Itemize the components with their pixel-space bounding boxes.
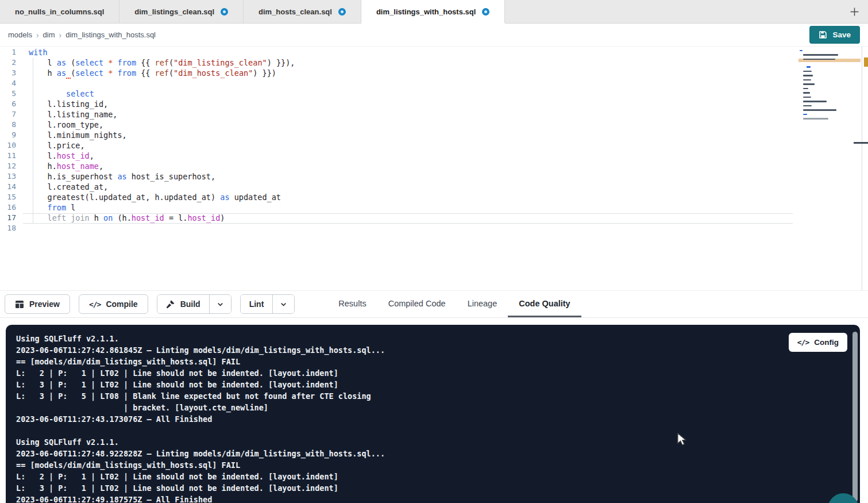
line-number: 10: [0, 141, 23, 151]
line-number: 16: [0, 203, 23, 213]
breadcrumb: models›dim›dim_listings_with_hosts.sql: [8, 30, 156, 40]
tab-label: dim_listings_with_hosts.sql: [376, 7, 476, 16]
breadcrumb-item[interactable]: models: [8, 30, 32, 39]
lint-menu-button[interactable]: [272, 295, 294, 313]
minimap-line: [798, 83, 861, 87]
build-button[interactable]: Build: [157, 295, 209, 313]
terminal-line: L: 3 | P: 1 | LT02 | Line should not be …: [16, 379, 860, 390]
code-line[interactable]: l.minimum_nights,: [23, 130, 793, 141]
overview-ruler[interactable]: [862, 47, 868, 290]
minimap-line: [798, 114, 861, 117]
code-line[interactable]: l as (select * from {{ ref("dim_listings…: [23, 58, 793, 68]
minimap-line: [798, 50, 861, 53]
terminal-line: 2023-06-06T11:27:49.187575Z — All Finish…: [16, 494, 860, 503]
minimap-line: [798, 105, 861, 109]
line-number: 17: [0, 213, 23, 224]
config-label: Config: [814, 338, 839, 347]
breadcrumb-separator-icon: ›: [55, 30, 66, 40]
table-icon: [15, 300, 24, 309]
code-icon: </>: [89, 300, 101, 309]
preview-label: Preview: [29, 300, 60, 309]
code-line[interactable]: from l: [23, 203, 793, 213]
code-line[interactable]: h as (select * from {{ ref("dim_hosts_cl…: [23, 68, 793, 79]
minimap-line: [798, 101, 861, 104]
editor-tab[interactable]: dim_hosts_clean.sql: [244, 0, 361, 23]
compile-button[interactable]: </> Compile: [79, 294, 148, 314]
file-header: models›dim›dim_listings_with_hosts.sql S…: [0, 24, 868, 47]
code-line[interactable]: select: [23, 89, 793, 99]
terminal-line: L: 3 | P: 5 | LT08 | Blank line expected…: [16, 390, 860, 402]
terminal-line: Using SQLFluff v2.1.1.: [16, 333, 860, 344]
terminal-line: L: 3 | P: 1 | LT02 | Line should not be …: [16, 482, 860, 494]
build-label: Build: [180, 300, 200, 309]
editor-toolbar: Preview </> Compile Build Lint: [0, 290, 868, 318]
code-line[interactable]: [23, 79, 793, 89]
code-line[interactable]: left join h on (h.host_id = l.host_id): [23, 213, 793, 224]
panel-tab-code-quality[interactable]: Code Quality: [508, 291, 581, 317]
line-number: 1: [0, 48, 23, 58]
panel-tab-compiled-code[interactable]: Compiled Code: [377, 291, 457, 317]
minimap-line: [798, 88, 861, 91]
preview-button[interactable]: Preview: [5, 294, 70, 314]
code-line[interactable]: l.listing_id,: [23, 99, 793, 110]
build-menu-button[interactable]: [209, 295, 231, 313]
code-line[interactable]: [23, 224, 793, 234]
minimap-line: [798, 79, 861, 83]
tab-bar: no_nulls_in_columns.sqldim_listings_clea…: [0, 0, 868, 24]
line-number: 5: [0, 89, 23, 99]
line-number: 12: [0, 162, 23, 172]
minimap-line: [798, 62, 861, 66]
code-line[interactable]: greatest(l.updated_at, h.updated_at) as …: [23, 193, 793, 203]
new-tab-button[interactable]: [844, 0, 865, 23]
lint-button[interactable]: Lint: [241, 295, 273, 313]
terminal-line: 2023-06-06T11:27:48.922828Z — Linting mo…: [16, 448, 860, 459]
line-number: 9: [0, 130, 23, 141]
terminal-line: == [models/dim/dim_listings_with_hosts.s…: [16, 459, 860, 471]
terminal-output: Using SQLFluff v2.1.1.2023-06-06T11:27:4…: [6, 325, 860, 503]
tab-label: dim_listings_clean.sql: [134, 7, 214, 16]
panel-tab-lineage[interactable]: Lineage: [457, 291, 508, 317]
line-number: 7: [0, 110, 23, 120]
minimap-line: [798, 71, 861, 74]
code-line[interactable]: l.price,: [23, 141, 793, 151]
lint-label: Lint: [249, 300, 264, 309]
code-editor[interactable]: 123456789101112131415161718 with l as (s…: [0, 47, 868, 290]
line-number: 13: [0, 172, 23, 182]
code-line[interactable]: l.host_id,: [23, 151, 793, 162]
terminal-line: [16, 425, 860, 436]
line-number: 14: [0, 182, 23, 193]
minimap-line: [798, 97, 861, 100]
unsaved-indicator-icon: [338, 8, 346, 16]
line-number: 8: [0, 120, 23, 130]
terminal-scrollbar[interactable]: [852, 332, 858, 502]
editor-tab[interactable]: dim_listings_with_hosts.sql: [361, 0, 505, 23]
panel-tab-results[interactable]: Results: [327, 291, 377, 317]
save-button[interactable]: Save: [809, 26, 860, 44]
chevron-down-icon: [216, 300, 225, 309]
tab-strip: no_nulls_in_columns.sqldim_listings_clea…: [0, 0, 505, 23]
chevron-down-icon: [279, 300, 288, 309]
line-number: 4: [0, 79, 23, 89]
code-line[interactable]: h.is_superhost as host_is_superhost,: [23, 172, 793, 182]
editor-tab[interactable]: dim_listings_clean.sql: [119, 0, 244, 23]
lint-split-button: Lint: [240, 294, 295, 314]
minimap[interactable]: [798, 49, 861, 125]
code-line[interactable]: l.room_type,: [23, 120, 793, 130]
code-icon: </>: [797, 338, 809, 347]
breadcrumb-item[interactable]: dim_listings_with_hosts.sql: [65, 30, 156, 39]
terminal-line: | bracket. [layout.cte_newline]: [16, 402, 860, 413]
code-line[interactable]: l.listing_name,: [23, 110, 793, 120]
terminal-line: L: 2 | P: 1 | LT02 | Line should not be …: [16, 471, 860, 482]
config-button[interactable]: </> Config: [789, 333, 847, 352]
code-line[interactable]: l.created_at,: [23, 182, 793, 193]
minimap-line: [798, 109, 861, 113]
code-line[interactable]: with: [23, 48, 793, 58]
line-number: 3: [0, 68, 23, 79]
unsaved-indicator-icon: [482, 8, 489, 16]
code-line[interactable]: h.host_name,: [23, 162, 793, 172]
breadcrumb-item[interactable]: dim: [43, 30, 55, 39]
terminal-line: Using SQLFluff v2.1.1.: [16, 436, 860, 448]
editor-tab[interactable]: no_nulls_in_columns.sql: [0, 0, 119, 23]
line-number: 6: [0, 99, 23, 110]
editor-code-lines[interactable]: with l as (select * from {{ ref("dim_lis…: [23, 48, 793, 234]
